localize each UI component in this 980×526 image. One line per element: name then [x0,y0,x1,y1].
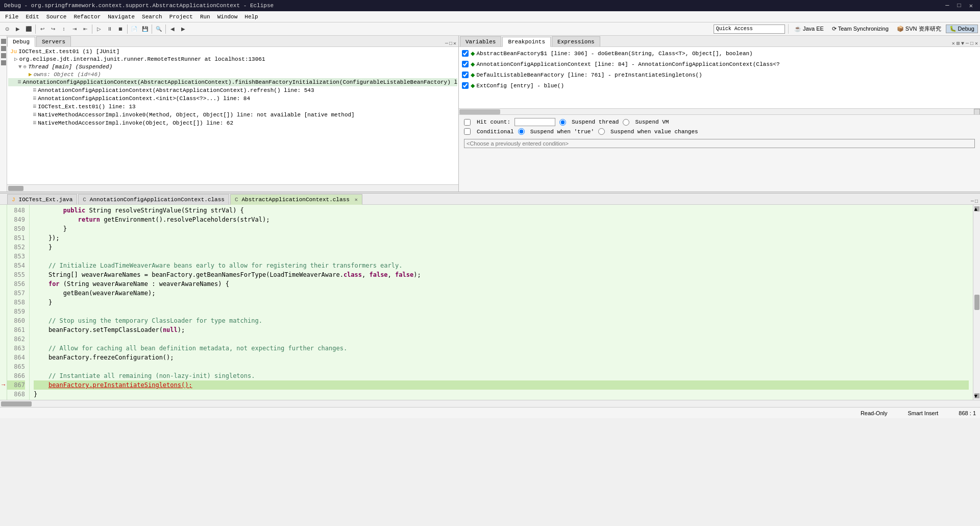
toolbar-btn-5[interactable]: ↕ [59,24,69,34]
close-button[interactable]: ✕ [966,2,976,10]
right-close-icon[interactable]: ✕ [975,40,978,46]
tab-expressions[interactable]: Expressions [552,36,600,46]
toolbar-btn-3[interactable]: ↩ [37,24,47,34]
bp-expand-icon[interactable]: ▼ [961,41,964,46]
perspective-java-ee[interactable]: ☕ Java EE [791,25,827,33]
tree-item-stack-3[interactable]: ≡ AnnotationConfigApplicationContext.<in… [8,94,457,103]
code-hscroll-thumb[interactable] [1,401,32,407]
sidebar-icon-2[interactable] [1,46,6,51]
perspective-debug[interactable]: 🐛 Debug [946,25,978,33]
toolbar-btn-new[interactable]: 📄 [129,24,139,34]
tree-item-stack-2[interactable]: ≡ AnnotationConfigApplicationContext(Abs… [8,86,457,94]
bp-hscroll-thumb[interactable] [459,109,500,114]
vscroll-up[interactable]: ▲ [974,206,979,211]
debug-hscroll-thumb[interactable] [8,186,23,191]
debug-panel-minimize[interactable]: ─ [445,41,448,46]
bp-hscroll[interactable] [459,108,980,114]
suspend-thread-radio[interactable] [559,119,566,126]
suspend-vm-radio[interactable] [623,119,629,126]
tree-item-stack-6[interactable]: ≡ NativeMethodAccessorImpl.invoke(Object… [8,119,457,127]
tab-variables[interactable]: Variables [460,36,501,46]
bp-check-1[interactable] [462,50,469,57]
sidebar-icon-1[interactable] [1,39,6,44]
menu-edit[interactable]: Edit [22,13,42,21]
menu-project[interactable]: Project [166,13,196,21]
tab-debug[interactable]: Debug [7,37,35,47]
menu-source[interactable]: Source [43,13,70,21]
menu-file[interactable]: File [2,13,21,21]
bp-check-4[interactable] [462,82,469,89]
debug-tree[interactable]: Ju IOCTest_Ext.test01 (1) [JUnit] ▷ org.… [7,47,458,184]
bp-item-3[interactable]: ◆ DefaultListableBeanFactory [line: 761]… [460,69,979,80]
sidebar-icon-4[interactable] [1,60,6,65]
tree-item-owns[interactable]: ▶ owns: Object (id=46) [8,70,457,78]
quick-access-input[interactable] [714,25,785,34]
code-hscroll[interactable] [0,400,980,407]
perspective-team-sync[interactable]: ⟳ Team Synchronizing [828,25,892,33]
debug-tree-hscroll[interactable] [7,184,458,192]
bp-remove-icon[interactable]: ✕ [952,40,955,46]
bp-clear-icon[interactable]: ⊠ [957,40,960,46]
bp-check-3[interactable] [462,71,469,78]
editor-tab-ioctest[interactable]: J IOCTest_Ext.java [7,194,77,204]
menu-navigate[interactable]: Navigate [105,13,138,21]
tree-item-stack-5[interactable]: ≡ NativeMethodAccessorImpl.invoke0(Metho… [8,111,457,119]
tree-item-runner[interactable]: ▷ org.eclipse.jdt.internal.junit.runner.… [8,55,457,63]
toolbar-btn-4[interactable]: ↪ [48,24,58,34]
tree-item-stack-4[interactable]: ≡ IOCTest_Ext.test01() line: 13 [8,103,457,111]
editor-tab-annotation[interactable]: C AnnotationConfigApplicationContext.cla… [78,194,229,204]
tree-item-thread[interactable]: ▼ ⊕ Thread [main] (Suspended) [8,63,457,70]
window-controls[interactable]: ─ □ ✕ [942,2,976,10]
tree-item-stack-1[interactable]: ≡ AnnotationConfigApplicationContext(Abs… [8,78,457,86]
bp-item-2[interactable]: ◆ AnnotationConfigApplicationContext [li… [460,59,979,69]
menu-run[interactable]: Run [197,13,213,21]
hit-count-input[interactable] [514,118,555,126]
toolbar-btn-2[interactable]: ▶ [13,24,23,34]
vscroll-thumb[interactable] [974,295,979,310]
tab-breakpoints[interactable]: Breakpoints [502,37,551,47]
debug-panel-maximize[interactable]: □ [449,41,452,46]
toolbar-btn-next[interactable]: ▶ [178,24,188,34]
maximize-button[interactable]: □ [954,2,964,10]
conditional-checkbox[interactable] [464,128,471,135]
bp-item-4[interactable]: ◆ ExtConfig [entry] - blue() [460,80,979,91]
suspend-change-radio[interactable] [598,128,605,135]
code-vscroll[interactable]: ▲ ▼ [973,205,980,400]
debug-panel-close[interactable]: ✕ [453,40,456,46]
editor-minimize-icon[interactable]: ─ [971,199,974,204]
toolbar-btn-8[interactable]: ▷ [94,24,104,34]
toolbar-btn-10[interactable]: ⏹ [115,24,126,34]
menu-help[interactable]: Help [241,13,261,21]
toolbar-btn-prev[interactable]: ◀ [167,24,178,34]
toolbar-btn-save[interactable]: 💾 [140,24,150,34]
current-line-code: beanFactory.preInstantiateSingletons(); [48,381,192,389]
hit-count-checkbox[interactable] [464,119,471,126]
tab-servers[interactable]: Servers [36,36,71,46]
toolbar-btn-6[interactable]: ⇥ [69,24,80,34]
code-content[interactable]: public String resolveStringValue(String … [30,205,973,400]
toolbar-btn-1[interactable]: ⊙ [2,24,12,34]
minimize-button[interactable]: ─ [942,2,952,10]
right-minimize-icon[interactable]: ─ [966,41,969,46]
perspective-svn[interactable]: 📦 SVN 资库研究 [893,24,945,34]
abstract-tab-close[interactable]: ✕ [355,197,358,203]
menu-refactor[interactable]: Refactor [70,13,104,21]
toolbar-btn-search[interactable]: 🔍 [154,24,164,34]
bp-item-1[interactable]: ◆ AbstractBeanFactory$1 [line: 306] - do… [460,48,979,59]
suspend-true-radio[interactable] [518,128,525,135]
toolbar-btn-9[interactable]: ⏸ [105,24,115,34]
toolbar-btn-7[interactable]: ⇤ [80,24,90,34]
tree-item-junit[interactable]: Ju IOCTest_Ext.test01 (1) [JUnit] [8,48,457,55]
breakpoints-list[interactable]: ◆ AbstractBeanFactory$1 [line: 306] - do… [459,47,980,108]
toolbar-btn-debug[interactable]: ⬛ [23,24,34,34]
editor-tab-abstract[interactable]: C AbstractApplicationContext.class ✕ [230,194,362,205]
menu-window[interactable]: Window [214,13,241,21]
condition-input[interactable] [464,139,975,148]
sidebar-icon-3[interactable] [1,53,6,58]
vscroll-down[interactable]: ▼ [974,393,979,398]
code-editor[interactable]: → 848 849 850 851 852 853 854 855 856 85… [0,205,980,400]
editor-maximize-icon[interactable]: □ [975,199,978,204]
menu-search[interactable]: Search [139,13,165,21]
bp-check-2[interactable] [462,61,469,67]
right-maximize-icon[interactable]: □ [970,41,973,46]
